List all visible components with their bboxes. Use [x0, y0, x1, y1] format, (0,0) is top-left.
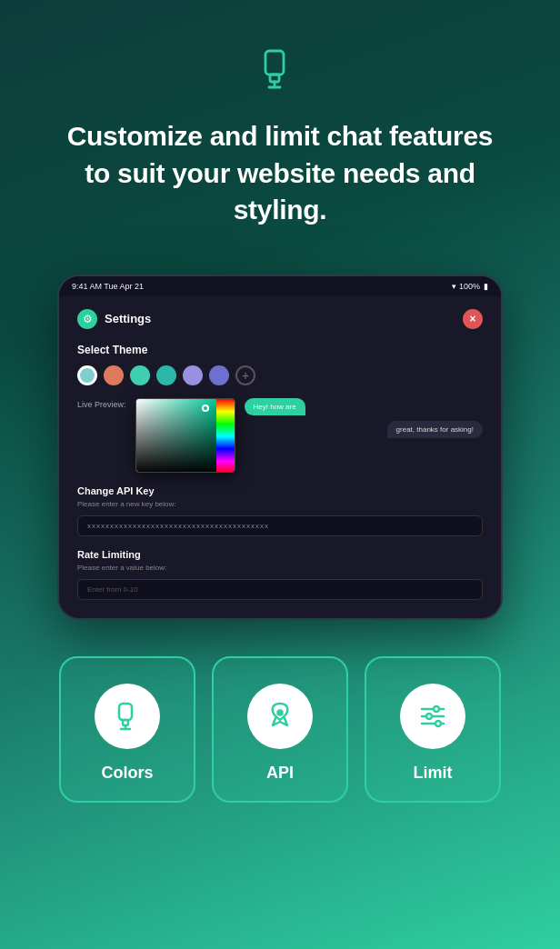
api-key-input[interactable]: xxxxxxxxxxxxxxxxxxxxxxxxxxxxxxxxxxxxxxxx [77, 515, 483, 536]
rocket-icon [264, 700, 296, 733]
settings-header: ⚙ Settings × [77, 309, 483, 329]
settings-gear-icon: ⚙ [77, 309, 97, 329]
swatch-6[interactable] [209, 365, 229, 385]
hero-section: Customize and limit chat features to sui… [0, 0, 560, 256]
tablet-status-bar: 9:41 AM Tue Apr 21 ▾ 100% ▮ [59, 276, 501, 296]
svg-point-14 [435, 721, 441, 726]
swatch-3[interactable] [130, 365, 150, 385]
sliders-icon [416, 700, 449, 733]
tablet-frame: 9:41 AM Tue Apr 21 ▾ 100% ▮ ⚙ Settings ×… [57, 275, 503, 620]
settings-title-row: ⚙ Settings [77, 309, 151, 329]
color-swatches: + [77, 365, 483, 385]
tablet-content: ⚙ Settings × Select Theme + Live Preview… [59, 296, 501, 618]
color-spectrum[interactable] [216, 399, 235, 473]
live-preview-row: Live Preview: Hey! how are great, thanks… [77, 398, 483, 473]
page-headline: Customize and limit chat features to sui… [55, 118, 505, 229]
swatch-4[interactable] [156, 365, 176, 385]
api-card-label: API [266, 764, 294, 783]
wifi-icon: ▾ 100% [452, 282, 480, 291]
hero-paintbrush-icon [256, 45, 304, 96]
feature-cards: Colors API Limit [23, 647, 537, 839]
feature-card-colors[interactable]: Colors [59, 656, 195, 803]
color-gradient[interactable] [136, 399, 216, 473]
add-swatch-button[interactable]: + [235, 365, 255, 385]
api-icon-circle [247, 684, 313, 749]
paintbrush-icon [111, 700, 144, 733]
colors-card-label: Colors [101, 764, 153, 783]
tablet-mockup: 9:41 AM Tue Apr 21 ▾ 100% ▮ ⚙ Settings ×… [57, 275, 503, 620]
rate-limiting-label: Rate Limiting [77, 549, 483, 560]
rate-limiting-sublabel: Please enter a value below: [77, 564, 483, 572]
close-button[interactable]: × [463, 309, 483, 329]
color-picker-popup[interactable] [135, 398, 235, 473]
status-right: ▾ 100% ▮ [452, 282, 488, 291]
battery-icon: ▮ [484, 282, 488, 291]
rate-limiting-input[interactable]: Enter from 0-10 [77, 579, 483, 600]
swatch-1[interactable] [77, 365, 97, 385]
limit-icon-circle [400, 684, 465, 749]
chat-bubble-user: Hey! how are [245, 398, 305, 415]
swatch-5[interactable] [183, 365, 203, 385]
colors-icon-circle [95, 684, 160, 749]
chat-bubble-bot: great, thanks for asking! [387, 421, 483, 438]
limit-card-label: Limit [414, 764, 453, 783]
svg-rect-0 [265, 51, 284, 75]
api-key-label: Change API Key [77, 485, 483, 496]
feature-card-limit[interactable]: Limit [365, 656, 501, 803]
feature-card-api[interactable]: API [212, 656, 348, 803]
chat-preview: Hey! how are great, thanks for asking! [245, 398, 483, 438]
svg-point-12 [426, 714, 432, 719]
color-picker-cursor [202, 405, 209, 412]
live-preview-label: Live Preview: [77, 398, 126, 409]
svg-point-10 [434, 706, 439, 712]
svg-rect-4 [119, 704, 132, 720]
svg-point-8 [278, 710, 283, 714]
select-theme-title: Select Theme [77, 344, 483, 356]
swatch-2[interactable] [104, 365, 124, 385]
api-key-sublabel: Please enter a new key below: [77, 500, 483, 508]
status-time: 9:41 AM Tue Apr 21 [72, 282, 144, 291]
settings-title: Settings [105, 312, 151, 325]
